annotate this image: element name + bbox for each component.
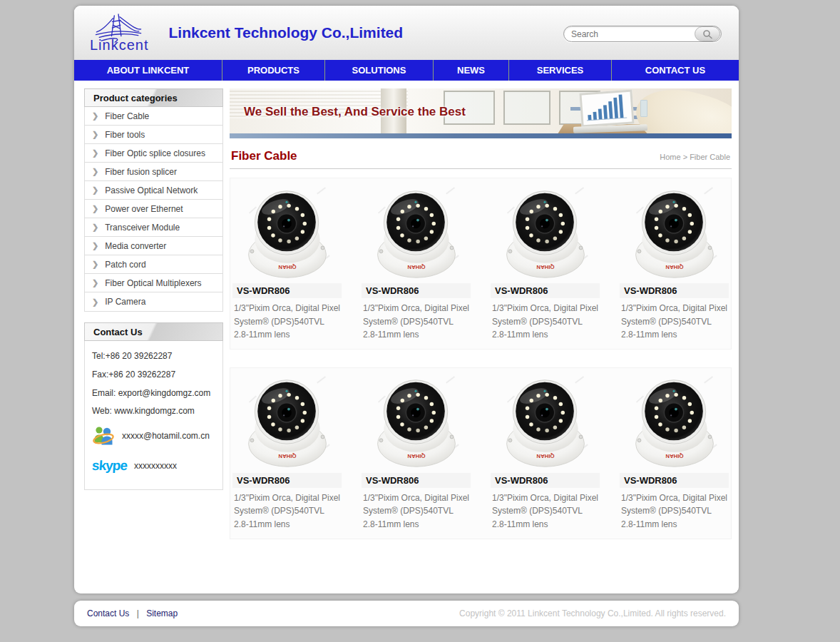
page-background: Linkcent Linkcent Technology Co.,Limited…	[0, 0, 840, 642]
msn-row: xxxxx@hotamil.com.cn	[92, 424, 215, 448]
product-card: VS-WDR806 1/3"Pixim Orca, Digital Pixel …	[620, 184, 729, 342]
sidebar-item-ip-camera[interactable]: ❯IP Camera	[85, 292, 222, 311]
product-title-link[interactable]: VS-WDR806	[362, 283, 471, 298]
chevron-right-icon: ❯	[92, 167, 98, 176]
chevron-right-icon: ❯	[92, 111, 98, 121]
dome-camera-image[interactable]	[620, 184, 729, 283]
footer-sitemap-link[interactable]: Sitemap	[146, 608, 178, 618]
sidebar-item-fiber-tools[interactable]: ❯Fiber tools	[85, 126, 222, 144]
product-title-link[interactable]: VS-WDR806	[232, 283, 342, 298]
sidebar-item-splice-closures[interactable]: ❯Fiber Optic splice closures	[85, 144, 222, 163]
category-list: ❯Fiber Cable ❯Fiber tools ❯Fiber Optic s…	[84, 107, 223, 312]
title-divider	[230, 168, 732, 169]
product-description: 1/3"Pixim Orca, Digital Pixel System® (D…	[491, 488, 600, 531]
sidebar-item-fusion-splicer[interactable]: ❯Fiber fusion splicer	[85, 163, 222, 181]
product-grid-row-2: VS-WDR806 1/3"Pixim Orca, Digital Pixel …	[230, 367, 732, 539]
chevron-right-icon: ❯	[92, 297, 98, 307]
product-description: 1/3"Pixim Orca, Digital Pixel System® (D…	[232, 488, 342, 531]
nav-item-about[interactable]: ABOUT LINKCENT	[74, 60, 222, 81]
chevron-right-icon: ❯	[92, 241, 98, 250]
banner-image: We Sell the Best, And Service the Best	[230, 88, 732, 138]
product-grid-row-1: VS-WDR806 1/3"Pixim Orca, Digital Pixel …	[230, 178, 732, 350]
chevron-right-icon: ❯	[92, 130, 98, 139]
contact-email: Email: export@kingdomgz.com	[92, 387, 215, 399]
dome-camera-image[interactable]	[362, 184, 471, 283]
product-categories-title: Product categories	[84, 88, 223, 107]
site-header: Linkcent Linkcent Technology Co.,Limited	[74, 6, 739, 60]
contact-panel: Contact Us Tel:+86 20 39262287 Fax:+86 2…	[84, 322, 223, 490]
nav-item-news[interactable]: NEWS	[433, 60, 508, 81]
breadcrumb-separator: >	[683, 153, 687, 161]
product-title-link[interactable]: VS-WDR806	[620, 473, 729, 488]
product-title-link[interactable]: VS-WDR806	[491, 473, 600, 488]
footer-contact-link[interactable]: Contact Us	[87, 608, 129, 618]
product-description: 1/3"Pixim Orca, Digital Pixel System® (D…	[232, 298, 342, 342]
dome-camera-image[interactable]	[232, 184, 342, 283]
product-card: VS-WDR806 1/3"Pixim Orca, Digital Pixel …	[362, 374, 471, 531]
company-logo[interactable]: Linkcent	[90, 13, 149, 54]
magnifier-icon	[702, 29, 713, 39]
product-description: 1/3"Pixim Orca, Digital Pixel System® (D…	[620, 298, 729, 342]
skype-logo-icon: skype	[91, 458, 127, 474]
contact-title: Contact Us	[84, 322, 223, 341]
breadcrumb: Home > Fiber Cable	[660, 153, 730, 161]
nav-item-products[interactable]: PRODUCTS	[222, 60, 324, 81]
company-name: Linkcent Technology Co.,Limited	[169, 24, 404, 41]
dome-camera-image[interactable]	[232, 374, 342, 473]
sidebar-item-fiber-cable[interactable]: ❯Fiber Cable	[85, 107, 222, 126]
contact-tel: Tel:+86 20 39262287	[92, 350, 215, 362]
nav-item-contact[interactable]: CONTACT US	[611, 60, 739, 81]
product-title-link[interactable]: VS-WDR806	[232, 473, 342, 488]
skype-account: xxxxxxxxxx	[134, 461, 177, 471]
breadcrumb-home-link[interactable]: Home	[660, 153, 680, 161]
skype-row: skype xxxxxxxxxx	[92, 454, 215, 478]
product-card: VS-WDR806 1/3"Pixim Orca, Digital Pixel …	[232, 374, 342, 531]
product-card: VS-WDR806 1/3"Pixim Orca, Digital Pixel …	[620, 374, 729, 531]
chevron-right-icon: ❯	[92, 185, 98, 195]
sidebar-item-transceiver-module[interactable]: ❯Transceiver Module	[85, 218, 222, 237]
chevron-right-icon: ❯	[92, 204, 98, 213]
chevron-right-icon: ❯	[92, 148, 98, 158]
logo-wordmark: Linkcent	[90, 37, 149, 54]
main-navigation: ABOUT LINKCENT PRODUCTS SOLUTIONS NEWS S…	[74, 60, 739, 81]
product-description: 1/3"Pixim Orca, Digital Pixel System® (D…	[362, 488, 471, 531]
contact-web: Web: www.kingdomgz.com	[92, 405, 215, 417]
sidebar: Product categories ❯Fiber Cable ❯Fiber t…	[84, 88, 223, 539]
msn-account: xxxxx@hotamil.com.cn	[122, 431, 210, 441]
sidebar-item-fiber-optical-multiplexers[interactable]: ❯Fiber Optical Multiplexers	[85, 274, 222, 292]
product-card: VS-WDR806 1/3"Pixim Orca, Digital Pixel …	[362, 184, 471, 342]
sidebar-item-patch-cord[interactable]: ❯Patch cord	[85, 255, 222, 274]
dome-camera-image[interactable]	[620, 374, 729, 473]
dome-camera-image[interactable]	[491, 184, 600, 283]
banner-slogan: We Sell the Best, And Service the Best	[244, 105, 466, 119]
product-title-link[interactable]: VS-WDR806	[620, 283, 729, 298]
chevron-right-icon: ❯	[92, 223, 98, 232]
product-title-link[interactable]: VS-WDR806	[491, 283, 600, 298]
dome-camera-image[interactable]	[491, 374, 600, 473]
copyright-text: Copyright © 2011 Linkcent Technology Co.…	[459, 608, 726, 618]
contact-fax: Fax:+86 20 39262287	[92, 369, 215, 381]
sidebar-item-media-converter[interactable]: ❯Media converter	[85, 237, 222, 255]
breadcrumb-current: Fiber Cable	[690, 153, 730, 161]
nav-item-services[interactable]: SERVICES	[508, 60, 611, 81]
search-button[interactable]	[695, 26, 720, 41]
chevron-right-icon: ❯	[92, 260, 98, 269]
product-title-link[interactable]: VS-WDR806	[362, 473, 471, 488]
sidebar-item-passive-optical-network[interactable]: ❯Passive Optical Network	[85, 181, 222, 200]
search-box	[563, 26, 722, 42]
page-title: Fiber Cable	[231, 149, 297, 163]
laptop-chart-graphic	[580, 91, 633, 126]
footer-link-separator: |	[137, 608, 139, 618]
product-description: 1/3"Pixim Orca, Digital Pixel System® (D…	[620, 488, 729, 531]
product-card: VS-WDR806 1/3"Pixim Orca, Digital Pixel …	[491, 374, 600, 531]
search-input[interactable]	[564, 29, 695, 39]
product-description: 1/3"Pixim Orca, Digital Pixel System® (D…	[362, 298, 471, 342]
msn-messenger-icon	[92, 424, 115, 447]
product-card: VS-WDR806 1/3"Pixim Orca, Digital Pixel …	[491, 184, 600, 342]
dome-camera-image[interactable]	[362, 374, 471, 473]
chevron-right-icon: ❯	[92, 278, 98, 287]
sidebar-item-power-over-ethernet[interactable]: ❯Power over Ethernet	[85, 200, 222, 218]
nav-item-solutions[interactable]: SOLUTIONS	[324, 60, 433, 81]
product-description: 1/3"Pixim Orca, Digital Pixel System® (D…	[491, 298, 600, 342]
site-container: Linkcent Linkcent Technology Co.,Limited…	[74, 6, 739, 593]
